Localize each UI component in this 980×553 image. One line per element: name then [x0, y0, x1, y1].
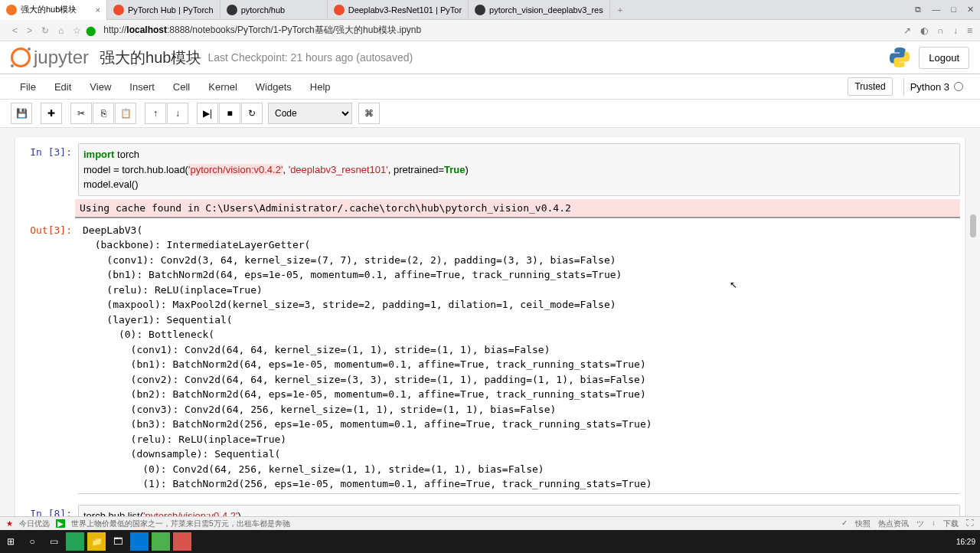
- menu-file[interactable]: File: [11, 78, 45, 96]
- tab-label: Deeplabv3-ResNet101 | PyTor: [348, 5, 462, 15]
- jupyter-logo[interactable]: jupyter: [11, 47, 89, 68]
- code-cell-3[interactable]: In [3]: import torchmodel = torch.hub.lo…: [15, 142, 965, 198]
- download-icon[interactable]: ↓: [953, 25, 958, 36]
- status-bar: ★今日优选 ▶世界上物价最低的国家之一，芹菜来日需5万元，出租车都是奔驰 ✓快照…: [0, 516, 980, 530]
- browser-tabs: 强大的hub模块× PyTorch Hub | PyTorch pytorch/…: [0, 0, 980, 20]
- move-down-button[interactable]: ↓: [167, 103, 188, 124]
- status-r4[interactable]: 下载: [943, 519, 959, 529]
- notebook-area[interactable]: In [3]: import torchmodel = torch.hub.lo…: [0, 128, 980, 534]
- output-text: DeepLabV3( (backbone): IntermediateLayer…: [78, 221, 960, 493]
- code-input[interactable]: import torchmodel = torch.hub.load('pyto…: [78, 143, 960, 196]
- app-icon[interactable]: 🗔: [109, 532, 127, 551]
- kernel-indicator[interactable]: Python 3: [903, 78, 969, 96]
- out-prompt: Out[3]:: [23, 221, 78, 494]
- forward-icon[interactable]: >: [27, 25, 32, 36]
- stderr-text: Using cache found in C:\Users\Administra…: [75, 199, 960, 218]
- github-icon: [475, 5, 485, 15]
- cut-button[interactable]: ✂: [70, 103, 92, 124]
- mouse-cursor: ↖: [730, 280, 737, 290]
- close-icon[interactable]: ×: [96, 5, 100, 15]
- status-r1[interactable]: 快照: [855, 519, 871, 529]
- status-left2[interactable]: 世界上物价最低的国家之一，芹菜来日需5万元，出租车都是奔驰: [71, 519, 290, 529]
- explorer-icon[interactable]: 📁: [87, 532, 106, 551]
- notebook-header: jupyter 强大的hub模块 Last Checkpoint: 21 hou…: [0, 41, 980, 74]
- tab-github[interactable]: pytorch/hub: [220, 0, 328, 20]
- secure-icon: ⬤: [86, 25, 96, 36]
- add-cell-button[interactable]: ✚: [41, 103, 62, 124]
- menu-kernel[interactable]: Kernel: [199, 78, 247, 96]
- menu-bar: File Edit View Insert Cell Kernel Widget…: [0, 74, 980, 100]
- taskbar: ⊞ ○ ▭ 📁 🗔 16:29: [0, 530, 980, 553]
- tab-label: PyTorch Hub | PyTorch: [128, 5, 214, 15]
- url-text[interactable]: http://localhost:8888/notebooks/PyTorch/…: [103, 24, 421, 37]
- menu-widgets[interactable]: Widgets: [247, 78, 301, 96]
- logout-button[interactable]: Logout: [919, 47, 969, 69]
- start-button[interactable]: ⊞: [2, 532, 20, 551]
- status-left1[interactable]: 今日优选: [19, 519, 50, 529]
- tab-vision[interactable]: pytorch_vision_deeplabv3_res: [469, 0, 610, 20]
- command-palette-button[interactable]: ⌘: [358, 103, 380, 124]
- save-button[interactable]: 💾: [11, 103, 32, 124]
- toolbar: 💾 ✚ ✂ ⎘ 📋 ↑ ↓ ▶| ■ ↻ Code ⌘: [0, 100, 980, 128]
- move-up-button[interactable]: ↑: [145, 103, 166, 124]
- menu-icon[interactable]: ≡: [967, 25, 972, 36]
- cell-type-select[interactable]: Code: [268, 103, 352, 124]
- trusted-badge[interactable]: Trusted: [848, 77, 892, 96]
- menu-cell[interactable]: Cell: [164, 78, 199, 96]
- jupyter-icon: [6, 5, 17, 15]
- menu-help[interactable]: Help: [301, 78, 340, 96]
- stop-button[interactable]: ■: [219, 103, 240, 124]
- clock[interactable]: 16:29: [952, 538, 980, 546]
- home-icon[interactable]: ⌂: [58, 25, 64, 36]
- share-icon[interactable]: ↗: [903, 25, 911, 36]
- app-icon[interactable]: [152, 532, 170, 551]
- copy-button[interactable]: ⎘: [93, 103, 114, 124]
- tab-label: 强大的hub模块: [21, 4, 77, 15]
- scrollbar[interactable]: [970, 138, 978, 515]
- kernel-status-icon: [954, 82, 963, 91]
- notebook-title[interactable]: 强大的hub模块: [100, 47, 201, 68]
- app-icon[interactable]: [130, 532, 149, 551]
- tab-deeplab[interactable]: Deeplabv3-ResNet101 | PyTor: [328, 0, 469, 20]
- scroll-thumb[interactable]: [970, 214, 976, 237]
- address-bar: < > ↻ ⌂ ☆ ⬤ http://localhost:8888/notebo…: [0, 20, 980, 41]
- reload-icon[interactable]: ↻: [41, 25, 49, 36]
- pytorch-icon: [113, 5, 124, 15]
- output-warning: Using cache found in C:\Users\Administra…: [15, 198, 965, 220]
- in-prompt: In [3]:: [23, 143, 78, 196]
- status-r2[interactable]: 热点资讯: [878, 519, 909, 529]
- status-r3[interactable]: ツ: [916, 519, 924, 529]
- maximize-icon[interactable]: □: [951, 5, 956, 15]
- menu-insert[interactable]: Insert: [120, 78, 164, 96]
- run-button[interactable]: ▶|: [197, 103, 218, 124]
- close-icon[interactable]: ✕: [967, 5, 974, 15]
- new-tab-button[interactable]: +: [610, 5, 630, 15]
- sync-icon[interactable]: ◐: [920, 25, 928, 36]
- menu-edit[interactable]: Edit: [45, 78, 80, 96]
- github-icon: [227, 5, 237, 15]
- star-icon[interactable]: ☆: [73, 25, 81, 36]
- back-icon[interactable]: <: [12, 25, 18, 36]
- tab-notebook[interactable]: 强大的hub模块×: [0, 0, 107, 20]
- checkpoint-text: Last Checkpoint: 21 hours ago (autosaved…: [207, 51, 413, 64]
- menu-view[interactable]: View: [80, 78, 120, 96]
- cortana-icon[interactable]: ○: [23, 532, 41, 551]
- output-cell-3: Out[3]: DeepLabV3( (backbone): Intermedi…: [15, 220, 965, 496]
- window-control-icon[interactable]: ⧉: [915, 5, 921, 15]
- tab-label: pytorch_vision_deeplabv3_res: [489, 5, 603, 15]
- headphone-icon[interactable]: ∩: [937, 25, 944, 36]
- python-icon: [888, 46, 911, 69]
- minimize-icon[interactable]: —: [932, 5, 940, 15]
- tab-label: pytorch/hub: [241, 5, 285, 15]
- taskview-icon[interactable]: ▭: [44, 532, 63, 551]
- paste-button[interactable]: 📋: [115, 103, 136, 124]
- app-icon[interactable]: [173, 532, 191, 551]
- restart-button[interactable]: ↻: [241, 103, 263, 124]
- app-icon[interactable]: [66, 532, 84, 551]
- tab-pytorch-hub[interactable]: PyTorch Hub | PyTorch: [107, 0, 220, 20]
- pytorch-icon: [334, 5, 345, 15]
